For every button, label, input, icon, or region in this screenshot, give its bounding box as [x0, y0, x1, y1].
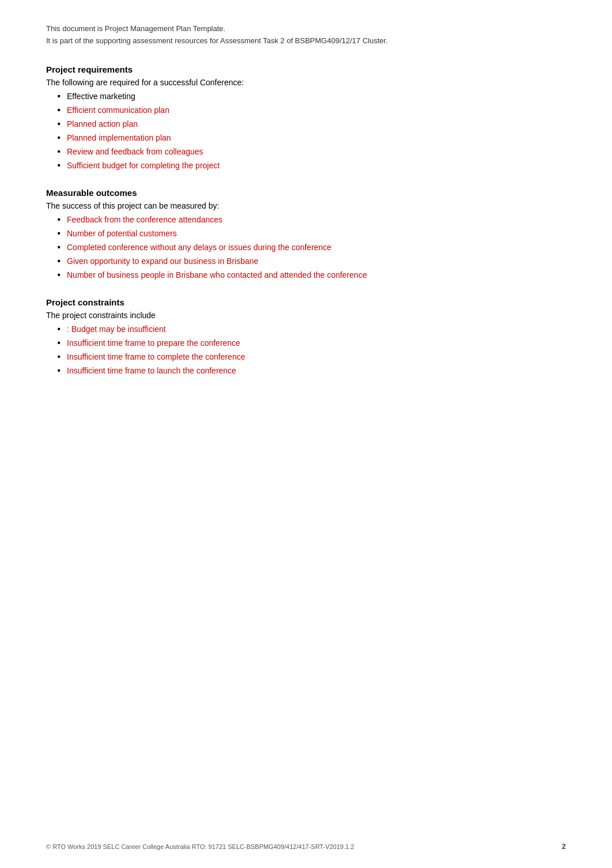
list-item: ■ Effective marketing	[58, 90, 566, 103]
page-footer: © RTO Works 2019 SELC Career College Aus…	[46, 842, 566, 851]
list-item-text: Given opportunity to expand our business…	[67, 255, 258, 267]
list-item: ■ Number of business people in Brisbane …	[58, 269, 566, 281]
list-item-text: Sufficient budget for completing the pro…	[67, 160, 220, 172]
list-item: ■ Insufficient time frame to launch the …	[58, 365, 566, 377]
section-outcomes: Measurable outcomes The success of this …	[46, 188, 566, 281]
bullet-icon: ■	[58, 132, 67, 141]
list-item: ■ Completed conference without any delay…	[58, 241, 566, 254]
bullet-icon: ■	[58, 118, 67, 127]
outcomes-list: ■ Feedback from the conference attendanc…	[46, 214, 566, 281]
constraints-list: ■ : Budget may be insufficient ■ Insuffi…	[46, 323, 566, 377]
list-item-text: Feedback from the conference attendances	[67, 214, 222, 226]
list-item-text: Planned action plan	[67, 118, 138, 130]
list-item: ■ Review and feedback from colleagues	[58, 146, 566, 158]
list-item: ■ Planned implementation plan	[58, 132, 566, 144]
list-item-text: Effective marketing	[67, 90, 135, 103]
list-item-text: Insufficient time frame to complete the …	[67, 351, 245, 363]
list-item: ■ Feedback from the conference attendanc…	[58, 214, 566, 226]
section-intro-constraints: The project constraints include	[46, 311, 566, 320]
list-item: ■ Sufficient budget for completing the p…	[58, 160, 566, 172]
section-constraints: Project constraints The project constrai…	[46, 297, 566, 377]
header-line1: This document is Project Management Plan…	[46, 23, 566, 35]
footer-left-text: © RTO Works 2019 SELC Career College Aus…	[46, 843, 354, 850]
section-title-constraints: Project constraints	[46, 297, 566, 307]
list-item-text: : Budget may be insufficient	[67, 323, 166, 335]
bullet-icon: ■	[58, 269, 67, 278]
section-title-requirements: Project requirements	[46, 65, 566, 74]
bullet-icon: ■	[58, 337, 67, 346]
list-item-text: Efficient communication plan	[67, 104, 169, 116]
bullet-icon: ■	[58, 323, 67, 333]
bullet-icon: ■	[58, 228, 67, 237]
bullet-icon: ■	[58, 90, 67, 100]
list-item: ■ Efficient communication plan	[58, 104, 566, 116]
list-item-text: Number of business people in Brisbane wh…	[67, 269, 367, 281]
list-item-text: Completed conference without any delays …	[67, 241, 331, 254]
bullet-icon: ■	[58, 351, 67, 360]
bullet-icon: ■	[58, 146, 67, 155]
list-item: ■ Number of potential customers	[58, 228, 566, 240]
list-item: ■ Insufficient time frame to prepare the…	[58, 337, 566, 349]
bullet-icon: ■	[58, 255, 67, 265]
list-item-text: Planned implementation plan	[67, 132, 171, 144]
bullet-icon: ■	[58, 214, 67, 223]
section-requirements: Project requirements The following are r…	[46, 65, 566, 172]
bullet-icon: ■	[58, 160, 67, 169]
list-item: ■ Insufficient time frame to complete th…	[58, 351, 566, 363]
list-item: ■ Planned action plan	[58, 118, 566, 130]
section-intro-requirements: The following are required for a success…	[46, 78, 566, 87]
header-line2: It is part of the supporting assessment …	[46, 35, 566, 47]
bullet-icon: ■	[58, 104, 67, 114]
list-item: ■ : Budget may be insufficient	[58, 323, 566, 335]
list-item-text: Number of potential customers	[67, 228, 177, 240]
list-item: ■ Given opportunity to expand our busine…	[58, 255, 566, 267]
page-number: 2	[562, 842, 566, 851]
bullet-icon: ■	[58, 365, 67, 374]
list-item-text: Insufficient time frame to launch the co…	[67, 365, 236, 377]
document-header: This document is Project Management Plan…	[46, 23, 566, 47]
section-title-outcomes: Measurable outcomes	[46, 188, 566, 198]
list-item-text: Review and feedback from colleagues	[67, 146, 203, 158]
bullet-icon: ■	[58, 241, 67, 251]
list-item-text: Insufficient time frame to prepare the c…	[67, 337, 240, 349]
requirements-list: ■ Effective marketing ■ Efficient commun…	[46, 90, 566, 172]
section-intro-outcomes: The success of this project can be measu…	[46, 201, 566, 210]
